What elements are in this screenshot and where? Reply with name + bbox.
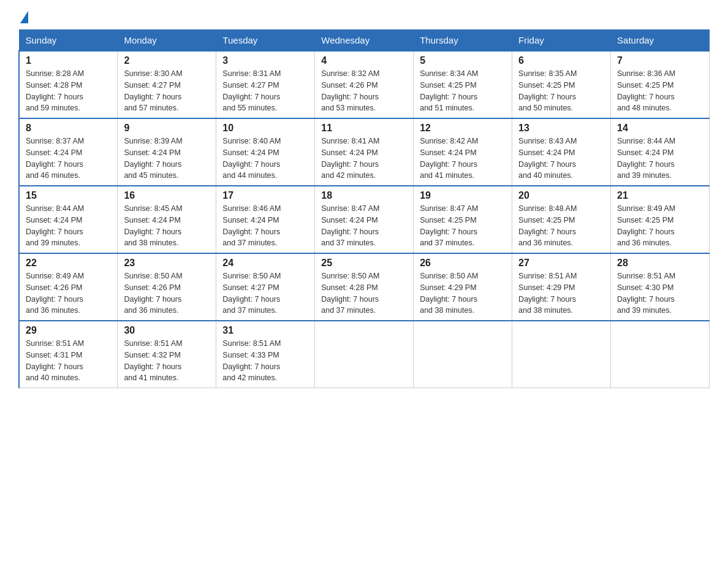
calendar-day-cell: 28Sunrise: 8:51 AMSunset: 4:30 PMDayligh… [611,253,710,321]
calendar-empty-cell [315,321,414,388]
day-info: Sunrise: 8:48 AMSunset: 4:25 PMDaylight:… [518,203,604,249]
calendar-day-cell: 6Sunrise: 8:35 AMSunset: 4:25 PMDaylight… [512,51,611,118]
calendar-day-cell: 13Sunrise: 8:43 AMSunset: 4:24 PMDayligh… [512,118,611,186]
calendar-day-cell: 18Sunrise: 8:47 AMSunset: 4:24 PMDayligh… [315,186,414,253]
calendar-day-cell: 8Sunrise: 8:37 AMSunset: 4:24 PMDaylight… [19,118,118,186]
day-info: Sunrise: 8:39 AMSunset: 4:24 PMDaylight:… [124,136,210,182]
day-number: 9 [124,123,210,134]
calendar-day-cell: 30Sunrise: 8:51 AMSunset: 4:32 PMDayligh… [118,321,216,388]
day-info: Sunrise: 8:51 AMSunset: 4:29 PMDaylight:… [518,270,604,316]
logo [18,12,28,25]
day-number: 20 [518,190,604,201]
calendar-day-cell: 23Sunrise: 8:50 AMSunset: 4:26 PMDayligh… [118,253,216,321]
calendar-day-cell: 22Sunrise: 8:49 AMSunset: 4:26 PMDayligh… [19,253,118,321]
day-info: Sunrise: 8:41 AMSunset: 4:24 PMDaylight:… [321,136,407,182]
calendar-day-cell: 7Sunrise: 8:36 AMSunset: 4:25 PMDaylight… [611,51,710,118]
day-number: 31 [222,325,308,336]
day-info: Sunrise: 8:44 AMSunset: 4:24 PMDaylight:… [26,203,111,249]
day-number: 25 [321,258,407,269]
calendar-day-cell: 9Sunrise: 8:39 AMSunset: 4:24 PMDaylight… [118,118,216,186]
header-tuesday: Tuesday [216,30,315,52]
day-number: 18 [321,190,407,201]
calendar-day-cell: 10Sunrise: 8:40 AMSunset: 4:24 PMDayligh… [216,118,315,186]
day-info: Sunrise: 8:43 AMSunset: 4:24 PMDaylight:… [518,136,604,182]
day-number: 24 [222,258,308,269]
day-number: 11 [321,123,407,134]
calendar-week-row: 22Sunrise: 8:49 AMSunset: 4:26 PMDayligh… [19,253,710,321]
day-info: Sunrise: 8:47 AMSunset: 4:24 PMDaylight:… [321,203,407,249]
calendar-day-cell: 29Sunrise: 8:51 AMSunset: 4:31 PMDayligh… [19,321,118,388]
day-info: Sunrise: 8:51 AMSunset: 4:31 PMDaylight:… [26,338,111,384]
calendar-day-cell: 14Sunrise: 8:44 AMSunset: 4:24 PMDayligh… [611,118,710,186]
calendar-day-cell: 20Sunrise: 8:48 AMSunset: 4:25 PMDayligh… [512,186,611,253]
day-info: Sunrise: 8:32 AMSunset: 4:26 PMDaylight:… [321,68,407,114]
day-info: Sunrise: 8:47 AMSunset: 4:25 PMDaylight:… [420,203,506,249]
day-info: Sunrise: 8:40 AMSunset: 4:24 PMDaylight:… [222,136,308,182]
day-number: 8 [26,123,111,134]
day-number: 12 [420,123,506,134]
day-number: 17 [222,190,308,201]
day-info: Sunrise: 8:49 AMSunset: 4:26 PMDaylight:… [26,270,111,316]
day-number: 1 [26,55,111,66]
calendar-day-cell: 11Sunrise: 8:41 AMSunset: 4:24 PMDayligh… [315,118,414,186]
day-info: Sunrise: 8:50 AMSunset: 4:26 PMDaylight:… [124,270,210,316]
day-info: Sunrise: 8:45 AMSunset: 4:24 PMDaylight:… [124,203,210,249]
day-number: 23 [124,258,210,269]
calendar-day-cell: 24Sunrise: 8:50 AMSunset: 4:27 PMDayligh… [216,253,315,321]
day-number: 5 [420,55,506,66]
calendar-day-cell: 26Sunrise: 8:50 AMSunset: 4:29 PMDayligh… [414,253,512,321]
day-info: Sunrise: 8:34 AMSunset: 4:25 PMDaylight:… [420,68,506,114]
day-number: 19 [420,190,506,201]
day-info: Sunrise: 8:28 AMSunset: 4:28 PMDaylight:… [26,68,111,114]
calendar-day-cell: 31Sunrise: 8:51 AMSunset: 4:33 PMDayligh… [216,321,315,388]
day-number: 2 [124,55,210,66]
day-info: Sunrise: 8:35 AMSunset: 4:25 PMDaylight:… [518,68,604,114]
day-info: Sunrise: 8:50 AMSunset: 4:28 PMDaylight:… [321,270,407,316]
logo-triangle-icon [20,11,28,23]
day-number: 10 [222,123,308,134]
calendar-week-row: 29Sunrise: 8:51 AMSunset: 4:31 PMDayligh… [19,321,710,388]
header-thursday: Thursday [414,30,512,52]
calendar-week-row: 8Sunrise: 8:37 AMSunset: 4:24 PMDaylight… [19,118,710,186]
calendar-header-row: SundayMondayTuesdayWednesdayThursdayFrid… [19,30,710,52]
calendar-table: SundayMondayTuesdayWednesdayThursdayFrid… [18,29,710,388]
header-saturday: Saturday [611,30,710,52]
header-monday: Monday [118,30,216,52]
day-info: Sunrise: 8:44 AMSunset: 4:24 PMDaylight:… [617,136,703,182]
day-info: Sunrise: 8:50 AMSunset: 4:27 PMDaylight:… [222,270,308,316]
calendar-week-row: 1Sunrise: 8:28 AMSunset: 4:28 PMDaylight… [19,51,710,118]
day-number: 16 [124,190,210,201]
day-number: 21 [617,190,703,201]
day-info: Sunrise: 8:36 AMSunset: 4:25 PMDaylight:… [617,68,703,114]
calendar-day-cell: 25Sunrise: 8:50 AMSunset: 4:28 PMDayligh… [315,253,414,321]
day-number: 27 [518,258,604,269]
day-number: 28 [617,258,703,269]
header-wednesday: Wednesday [315,30,414,52]
calendar-day-cell: 2Sunrise: 8:30 AMSunset: 4:27 PMDaylight… [118,51,216,118]
day-number: 26 [420,258,506,269]
day-info: Sunrise: 8:46 AMSunset: 4:24 PMDaylight:… [222,203,308,249]
calendar-empty-cell [414,321,512,388]
calendar-day-cell: 27Sunrise: 8:51 AMSunset: 4:29 PMDayligh… [512,253,611,321]
day-number: 4 [321,55,407,66]
header-sunday: Sunday [19,30,118,52]
day-info: Sunrise: 8:50 AMSunset: 4:29 PMDaylight:… [420,270,506,316]
day-number: 29 [26,325,111,336]
day-number: 6 [518,55,604,66]
day-info: Sunrise: 8:31 AMSunset: 4:27 PMDaylight:… [222,68,308,114]
day-number: 30 [124,325,210,336]
header-friday: Friday [512,30,611,52]
calendar-day-cell: 4Sunrise: 8:32 AMSunset: 4:26 PMDaylight… [315,51,414,118]
calendar-week-row: 15Sunrise: 8:44 AMSunset: 4:24 PMDayligh… [19,186,710,253]
calendar-day-cell: 19Sunrise: 8:47 AMSunset: 4:25 PMDayligh… [414,186,512,253]
day-number: 7 [617,55,703,66]
day-info: Sunrise: 8:51 AMSunset: 4:33 PMDaylight:… [222,338,308,384]
day-number: 22 [26,258,111,269]
calendar-empty-cell [611,321,710,388]
day-info: Sunrise: 8:51 AMSunset: 4:30 PMDaylight:… [617,270,703,316]
calendar-day-cell: 3Sunrise: 8:31 AMSunset: 4:27 PMDaylight… [216,51,315,118]
day-info: Sunrise: 8:49 AMSunset: 4:25 PMDaylight:… [617,203,703,249]
page-header [18,12,710,25]
calendar-day-cell: 17Sunrise: 8:46 AMSunset: 4:24 PMDayligh… [216,186,315,253]
calendar-day-cell: 16Sunrise: 8:45 AMSunset: 4:24 PMDayligh… [118,186,216,253]
